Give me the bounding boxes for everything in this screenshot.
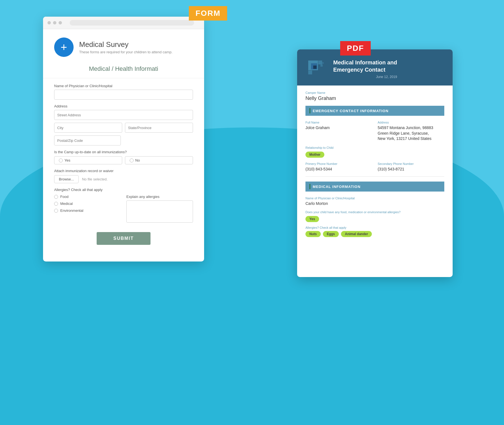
emergency-section-title: EMERGENCY CONTACT INFORMATION xyxy=(313,109,388,113)
svg-rect-4 xyxy=(308,71,312,74)
food-checkbox xyxy=(54,195,58,199)
form-window: + Medical Survey These forms are require… xyxy=(43,17,204,261)
no-label: No xyxy=(135,158,140,162)
no-radio-circle xyxy=(130,159,134,162)
allergy-food-item[interactable]: Food xyxy=(54,195,121,199)
svg-rect-3 xyxy=(318,61,322,64)
form-subtitle: These forms are required for your childr… xyxy=(79,50,172,54)
attach-label: Attach immunization record or waiver xyxy=(54,169,193,173)
pdf-divider xyxy=(305,176,444,177)
svg-rect-6 xyxy=(322,62,324,64)
form-logo: + xyxy=(54,37,74,57)
svg-rect-5 xyxy=(320,64,323,67)
no-file-label: No file selected. xyxy=(82,177,108,181)
secondary-phone-value: (310) 543-8721 xyxy=(378,167,444,172)
allergy-pill-animal-dander: Animal dander xyxy=(341,231,372,237)
allergies-question: Does your child have any food, medicatio… xyxy=(305,210,444,214)
allergies-question-block: Does your child have any food, medicatio… xyxy=(305,210,444,222)
city-input[interactable] xyxy=(54,123,122,133)
immunization-no-option[interactable]: No xyxy=(125,156,193,164)
pdf-header: Medical Information and Emergency Contac… xyxy=(297,49,453,85)
emergency-top-row: Full Name Jolce Graham Address 54597 Mon… xyxy=(305,121,444,142)
emergency-address-col: Address 54597 Montana Junction, 98883 Gr… xyxy=(378,121,444,142)
explain-label: Explain any allergies xyxy=(126,195,193,199)
allergy-food-label: Food xyxy=(60,195,69,199)
immunization-label: Is the Camp up-to-date on all immunizati… xyxy=(54,150,193,154)
physician-input[interactable] xyxy=(54,90,193,100)
titlebar-dot-3 xyxy=(59,21,62,24)
state-input[interactable] xyxy=(125,123,193,133)
allergies-list: Food Medical Environmental xyxy=(54,195,121,224)
pdf-window: Medical Information and Emergency Contac… xyxy=(297,49,453,277)
form-body: Name of Physician or Clinic/Hospital Add… xyxy=(43,84,204,261)
plus-icon: + xyxy=(61,42,67,53)
camper-name-label: Camper Name xyxy=(305,91,444,94)
form-title-block: Medical Survey These forms are required … xyxy=(79,40,172,54)
pdf-title-line1: Medical Information and xyxy=(333,59,397,66)
full-name-label: Full Name xyxy=(305,121,372,124)
full-name-value: Jolce Graham xyxy=(305,125,372,131)
address-line3: New York, 13217 United States xyxy=(378,136,444,142)
immunization-yes-option[interactable]: Yes xyxy=(54,156,122,164)
physician-label-pdf: Name of Physician or Clinic/Hospital xyxy=(305,197,444,200)
primary-phone-col: Primery Phone Number (310) 843-5344 xyxy=(305,162,372,172)
pdf-date: June 12, 2019 xyxy=(333,75,397,79)
pdf-header-text: Medical Information and Emergency Contac… xyxy=(333,59,397,79)
yes-label: Yes xyxy=(64,158,70,162)
allergies-check-label: Allergies? Check all that apply xyxy=(54,188,102,192)
medical-section-title: MEDICAL INFORMATION xyxy=(313,185,360,189)
yes-radio-circle xyxy=(59,159,63,162)
pdf-title: Medical Information and Emergency Contac… xyxy=(333,59,397,73)
camper-name-value: Nelly Graham xyxy=(305,95,444,101)
allergy-pills-block: Allergies? Check all that apply Nuts Egg… xyxy=(305,226,444,237)
allergy-pills-label: Allergies? Check all that apply xyxy=(305,226,444,229)
medical-section-header: MEDICAL INFORMATION xyxy=(305,182,444,192)
primary-phone-value: (310) 843-5344 xyxy=(305,167,372,172)
pdf-badge: PDF xyxy=(340,41,371,56)
pdf-title-line2: Emergency Contact xyxy=(333,67,385,73)
street-input[interactable] xyxy=(54,110,193,120)
address-line1: 54597 Montana Junction, 98883 xyxy=(378,125,444,131)
browse-button[interactable]: Browse... xyxy=(54,175,79,183)
form-titlebar xyxy=(43,17,204,29)
physician-value: Carlo Morton xyxy=(305,201,444,207)
explain-textarea[interactable] xyxy=(126,200,193,223)
emergency-section-header: EMERGENCY CONTACT INFORMATION xyxy=(305,106,444,116)
form-section-title: Medical / Health Informati xyxy=(43,62,204,78)
primary-phone-label: Primery Phone Number xyxy=(305,162,372,165)
svg-rect-2 xyxy=(313,66,317,69)
titlebar-urlbar xyxy=(70,20,194,26)
allergy-pill-nuts: Nuts xyxy=(305,231,321,237)
address-label-pdf: Address xyxy=(378,121,444,124)
form-title: Medical Survey xyxy=(79,40,172,49)
submit-button[interactable]: SUBMIT xyxy=(97,232,150,245)
submit-row: SUBMIT xyxy=(54,232,193,253)
allergy-medical-item[interactable]: Medical xyxy=(54,202,121,206)
allergies-section-label: Allergies? Check all that apply xyxy=(54,188,193,192)
address-line2: Green Ridge Lane, Syracuse, xyxy=(378,131,444,136)
titlebar-dot-1 xyxy=(47,21,51,24)
pdf-body: Camper Name Nelly Graham EMERGENCY CONTA… xyxy=(297,85,453,243)
section-accent xyxy=(309,108,310,114)
address-label: Address xyxy=(54,104,193,108)
explain-allergies-block: Explain any allergies xyxy=(126,195,193,224)
environmental-checkbox xyxy=(54,209,58,213)
allergy-environmental-item[interactable]: Environmental xyxy=(54,208,121,213)
relationship-col: Relationship to Child Mother xyxy=(305,146,444,158)
emergency-mid-row: Relationship to Child Mother xyxy=(305,146,444,158)
form-badge: FORM xyxy=(189,6,227,21)
allergy-pill-eggs: Eggs xyxy=(323,231,339,237)
immunization-radio-group: Yes No xyxy=(54,156,193,164)
allergies-answer-badge: Yes xyxy=(305,216,319,222)
relationship-label: Relationship to Child xyxy=(305,146,444,149)
zip-input[interactable] xyxy=(54,135,121,145)
allergy-environmental-label: Environmental xyxy=(60,208,83,213)
pdf-logo-svg xyxy=(305,58,328,80)
medical-section-accent xyxy=(309,184,310,189)
allergies-row: Food Medical Environmental Explain any a… xyxy=(54,195,193,224)
secondary-phone-label: Secondary Phone Number xyxy=(378,162,444,165)
physician-block: Name of Physician or Clinic/Hospital Car… xyxy=(305,197,444,207)
allergy-pills-row: Nuts Eggs Animal dander xyxy=(305,231,444,237)
secondary-phone-col: Secondary Phone Number (310) 543-8721 xyxy=(378,162,444,172)
emergency-phone-row: Primery Phone Number (310) 843-5344 Seco… xyxy=(305,162,444,172)
